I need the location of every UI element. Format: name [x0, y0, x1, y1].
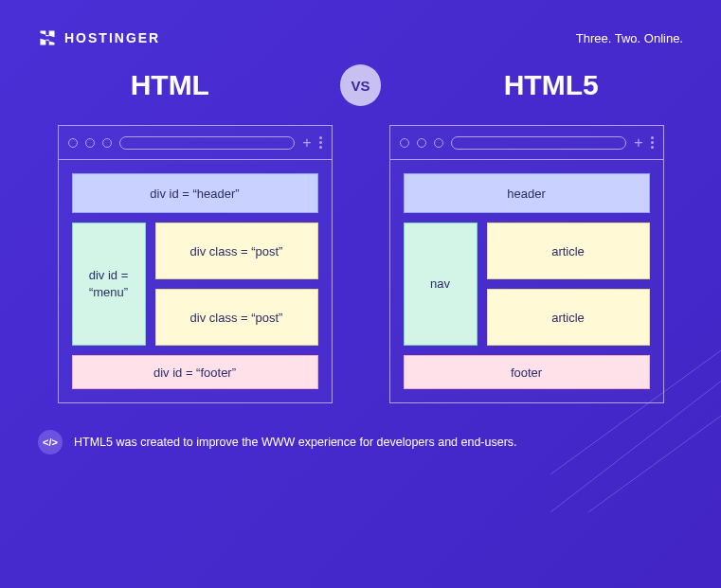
brand-name: HOSTINGER — [64, 30, 160, 45]
block-post: div class = “post” — [155, 223, 318, 279]
panels-row: + div id = “header” div id = “menu” div … — [38, 125, 683, 403]
block-article: article — [487, 289, 650, 346]
footnote-text: HTML5 was created to improve the WWW exp… — [74, 436, 517, 449]
kebab-menu-icon — [651, 136, 654, 149]
block-menu: div id = “menu” — [72, 223, 146, 346]
titles-row: HTML VS HTML5 — [38, 64, 683, 106]
footnote: </> HTML5 was created to improve the WWW… — [38, 430, 683, 454]
block-post: div class = “post” — [155, 289, 318, 346]
code-icon: </> — [38, 430, 63, 454]
plus-icon: + — [634, 134, 642, 151]
address-bar — [119, 136, 296, 150]
browser-chrome: + — [59, 126, 332, 160]
brand-logo: HOSTINGER — [38, 28, 160, 47]
block-article: article — [487, 223, 650, 279]
browser-html5: + header nav article article footer — [389, 125, 664, 403]
block-header: div id = “header” — [72, 173, 318, 213]
page-layout-html5: header nav article article footer — [390, 160, 663, 402]
window-dot-icon — [417, 138, 426, 148]
window-dot-icon — [85, 138, 95, 148]
browser-html: + div id = “header” div id = “menu” div … — [58, 125, 333, 403]
window-dot-icon — [434, 138, 443, 148]
block-nav: nav — [404, 223, 478, 346]
kebab-menu-icon — [319, 136, 322, 149]
window-dot-icon — [400, 138, 409, 148]
address-bar — [451, 136, 627, 150]
top-bar: HOSTINGER Three. Two. Online. — [38, 28, 683, 47]
vs-badge: VS — [340, 64, 382, 106]
brand-tagline: Three. Two. Online. — [576, 31, 683, 45]
browser-chrome: + — [390, 126, 663, 160]
block-footer: footer — [404, 355, 650, 389]
page-layout-html: div id = “header” div id = “menu” div cl… — [59, 160, 332, 402]
window-dot-icon — [102, 138, 112, 148]
plus-icon: + — [302, 134, 311, 151]
block-footer: div id = “footer” — [72, 355, 318, 389]
hostinger-mark-icon — [38, 28, 57, 47]
title-left: HTML — [38, 69, 302, 101]
window-dot-icon — [68, 138, 78, 148]
title-right: HTML5 — [419, 69, 683, 101]
block-header: header — [404, 173, 650, 213]
